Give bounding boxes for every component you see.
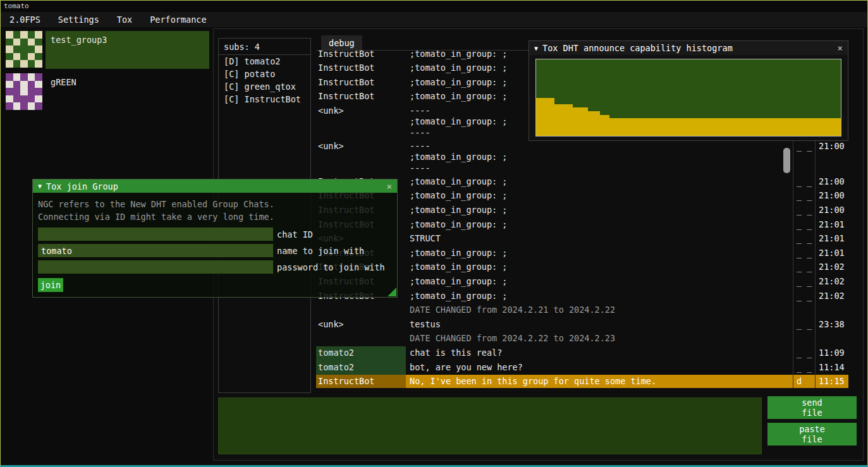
message-time: 21:02 bbox=[815, 260, 848, 275]
message-sender: <unk> bbox=[316, 139, 406, 174]
message-text: ;tomato_in_group: ; bbox=[406, 217, 793, 232]
message-sender bbox=[316, 332, 406, 346]
window-titlebar[interactable]: tomato bbox=[1, 1, 867, 12]
avatar-pixel bbox=[20, 60, 28, 68]
app-window: tomato 2.0FPS Settings Tox Performance t… bbox=[0, 0, 868, 467]
avatar-pixel bbox=[6, 95, 13, 103]
message-input[interactable] bbox=[218, 397, 762, 454]
message-time: 21:01 bbox=[815, 232, 848, 246]
avatar-pixel bbox=[28, 39, 35, 46]
resize-grip[interactable] bbox=[388, 288, 396, 296]
group-label-box: test_group3 bbox=[46, 31, 209, 69]
message-time: 21:02 bbox=[815, 289, 848, 303]
member-item-potato[interactable]: [C] potato bbox=[219, 68, 310, 80]
date-separator: DATE CHANGED from 2024.2.21 to 2024.2.22 bbox=[316, 303, 848, 318]
avatar-pixel bbox=[13, 102, 21, 110]
message-row: tomato2chat is this real?_ _11:09 bbox=[316, 346, 848, 361]
avatar-pixel bbox=[13, 31, 21, 39]
dht-histogram-titlebar[interactable]: ▼ Tox DHT announce capability histogram … bbox=[529, 41, 848, 55]
tab-debug[interactable]: debug bbox=[321, 35, 362, 50]
menu-item-performance[interactable]: Performance bbox=[141, 12, 215, 27]
message-time: 21:00 bbox=[815, 203, 848, 218]
avatar-pixel bbox=[20, 102, 28, 110]
join-button[interactable]: join bbox=[38, 278, 63, 292]
message-row: <unk>testus_ _23:38 bbox=[316, 317, 848, 332]
dht-histogram-title: Tox DHT announce capability histogram bbox=[542, 43, 733, 53]
collapse-icon[interactable]: ▼ bbox=[38, 183, 42, 190]
histogram-bar bbox=[554, 104, 573, 136]
join-group-title: Tox join Group bbox=[46, 181, 118, 191]
message-text: ;tomato_in_group: ; bbox=[406, 275, 793, 289]
join-group-window: ▼ Tox join Group × NGC refers to the New… bbox=[32, 179, 398, 298]
group-item-green[interactable]: gREEN bbox=[6, 73, 209, 111]
window-title: tomato bbox=[4, 2, 29, 10]
message-text: ---- ;tomato_in_group: ; ---- bbox=[406, 139, 793, 174]
message-text: ;tomato_in_group: ; bbox=[406, 246, 793, 260]
avatar-pixel bbox=[28, 73, 35, 81]
message-text: ;tomato_in_group: ; bbox=[406, 203, 793, 218]
avatar-pixel bbox=[13, 81, 21, 88]
message-flags: _ _ bbox=[793, 203, 815, 218]
message-sender: InstructBot bbox=[316, 375, 406, 388]
menu-item-tox[interactable]: Tox bbox=[108, 12, 141, 27]
date-separator: DATE CHANGED from 2024.2.22 to 2024.2.23 bbox=[316, 332, 848, 346]
collapse-icon[interactable]: ▼ bbox=[534, 45, 538, 52]
message-time: 21:00 bbox=[815, 139, 848, 174]
menu-item-settings[interactable]: Settings bbox=[49, 12, 108, 27]
message-time: 11:14 bbox=[815, 360, 848, 375]
message-text: ;tomato_in_group: ; bbox=[406, 260, 793, 275]
avatar-pixel bbox=[6, 73, 13, 81]
paste-file-button[interactable]: paste file bbox=[767, 423, 857, 446]
chat-scrollbar-thumb[interactable] bbox=[783, 148, 790, 173]
avatar-pixel bbox=[13, 45, 21, 53]
avatar-pixel bbox=[13, 60, 21, 68]
message-row: <unk>---- ;tomato_in_group: ; ----_ _21:… bbox=[316, 139, 848, 174]
histogram-bar bbox=[536, 98, 554, 136]
message-flags: _ _ bbox=[793, 260, 815, 275]
message-sender: InstructBot bbox=[316, 75, 406, 90]
message-time bbox=[815, 332, 848, 346]
member-item-tomato2[interactable]: [D] tomato2 bbox=[219, 55, 310, 68]
message-flags: _ _ bbox=[793, 189, 815, 203]
group-item-test_group3[interactable]: test_group3 bbox=[6, 31, 209, 69]
message-flags: _ _ bbox=[793, 174, 815, 189]
avatar-pixel bbox=[35, 60, 42, 68]
message-text: chat is this real? bbox=[406, 346, 793, 361]
avatar-pixel bbox=[28, 81, 35, 88]
member-item-instructbot[interactable]: [C] InstructBot bbox=[219, 93, 310, 106]
join-password-input[interactable] bbox=[38, 260, 273, 274]
avatar-pixel bbox=[6, 102, 13, 110]
group-list: test_group3 gREEN bbox=[6, 31, 209, 116]
message-time: 21:00 bbox=[815, 174, 848, 189]
avatar-pixel bbox=[13, 39, 21, 46]
message-sender: tomato2 bbox=[316, 360, 406, 375]
avatar-pixel bbox=[20, 45, 28, 53]
group-label-box: gREEN bbox=[46, 73, 209, 111]
message-time: 21:01 bbox=[815, 246, 848, 260]
avatar-pixel bbox=[6, 45, 13, 53]
date-changed-text: DATE CHANGED from 2024.2.21 to 2024.2.22 bbox=[406, 303, 793, 318]
chat-id-label: chat ID bbox=[277, 229, 313, 240]
close-icon[interactable]: × bbox=[387, 181, 392, 191]
message-flags: d bbox=[793, 375, 815, 388]
menu-item-fps[interactable]: 2.0FPS bbox=[1, 12, 49, 27]
message-text: bot, are you new here? bbox=[406, 360, 793, 375]
avatar-pixel bbox=[35, 39, 42, 46]
join-group-titlebar[interactable]: ▼ Tox join Group × bbox=[33, 179, 397, 193]
avatar-pixel bbox=[35, 53, 42, 61]
message-text: STRUCT bbox=[406, 232, 793, 246]
avatar-pixel bbox=[28, 53, 35, 61]
avatar-pixel bbox=[35, 45, 42, 53]
message-flags: _ _ bbox=[793, 346, 815, 361]
join-name-input[interactable] bbox=[38, 244, 273, 257]
close-icon[interactable]: × bbox=[838, 43, 843, 53]
message-time: 21:00 bbox=[815, 189, 848, 203]
avatar-pixel bbox=[35, 31, 42, 39]
avatar-pixel bbox=[13, 88, 21, 95]
member-item-green_qtox[interactable]: [C] green_qtox bbox=[219, 80, 310, 93]
avatar-pixel bbox=[20, 95, 28, 103]
chat-id-input[interactable] bbox=[38, 227, 273, 241]
send-file-button[interactable]: send file bbox=[767, 396, 857, 419]
message-time: 11:15 bbox=[815, 375, 848, 388]
avatar-pixel bbox=[28, 88, 35, 95]
